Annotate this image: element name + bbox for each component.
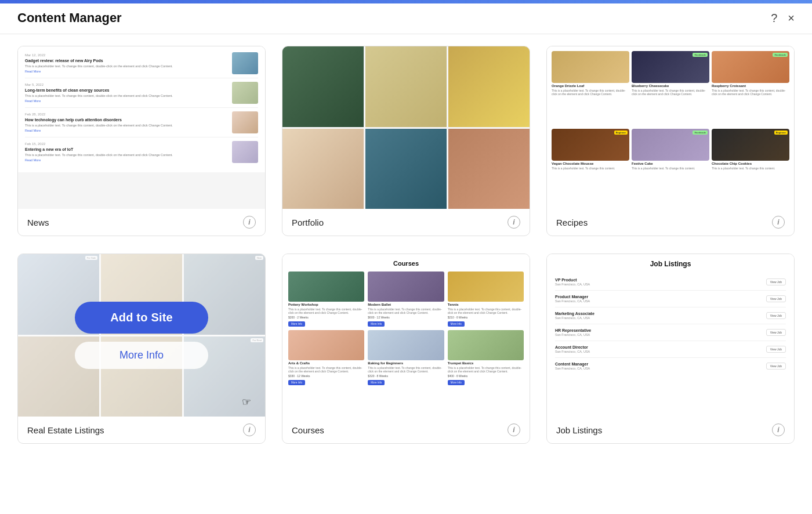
cards-grid: Mar 12, 2022 Gadget review: release of n…: [17, 46, 795, 444]
card-recipes: Orange Drizzle Loaf This is a placeholde…: [546, 46, 795, 236]
job-listings-card-footer: Job Listings i: [547, 417, 794, 443]
card-property-listings: Add to Site More Info ☞ For Sale New F: [17, 254, 266, 444]
view-job-button-6[interactable]: View Job: [766, 363, 786, 370]
view-job-button-5[interactable]: View Job: [766, 346, 786, 353]
card-courses: Courses Pottery Workshop This is a place…: [282, 254, 530, 444]
more-info-button[interactable]: More Info: [75, 342, 208, 369]
courses-card-footer: Courses i: [282, 417, 530, 443]
portfolio-cell-5: [365, 129, 447, 209]
portfolio-cell-6: [448, 129, 530, 209]
job-listings-info-icon[interactable]: i: [772, 423, 785, 436]
portfolio-cell-1: [282, 46, 364, 127]
cursor-icon: ☞: [242, 396, 251, 408]
view-job-button-3[interactable]: View Job: [766, 312, 786, 319]
portfolio-info-icon[interactable]: i: [507, 216, 520, 229]
view-job-button-2[interactable]: View Job: [766, 295, 786, 302]
main-content: Mar 12, 2022 Gadget review: release of n…: [0, 34, 812, 508]
property-card-footer: Real Estate Listings i: [18, 417, 265, 443]
close-button[interactable]: ×: [788, 12, 795, 25]
help-button[interactable]: ?: [771, 12, 777, 25]
portfolio-card-footer: Portfolio i: [282, 209, 530, 236]
job-row: VP Product San Francisco, CA, USA View J…: [555, 274, 786, 291]
course-more-info-4[interactable]: More Info: [288, 380, 305, 385]
header: Content Manager ? ×: [0, 0, 812, 34]
portfolio-cell-4: [282, 129, 364, 209]
property-label: Real Estate Listings: [27, 425, 104, 435]
view-job-button-1[interactable]: View Job: [766, 278, 786, 285]
job-row: Product Manager San Francisco, CA, USA V…: [555, 291, 786, 307]
property-preview: Add to Site More Info ☞ For Sale New F: [18, 254, 265, 417]
recipes-preview: Orange Drizzle Loaf This is a placeholde…: [547, 46, 794, 209]
courses-label: Courses: [292, 425, 324, 435]
course-more-info-6[interactable]: More Info: [448, 380, 465, 385]
news-card-footer: News i: [18, 209, 265, 236]
news-label: News: [27, 218, 49, 227]
card-news: Mar 12, 2022 Gadget review: release of n…: [17, 46, 266, 236]
jobs-title: Job Listings: [555, 260, 786, 268]
courses-info-icon[interactable]: i: [507, 423, 520, 436]
app-title: Content Manager: [17, 10, 122, 26]
property-overlay: Add to Site More Info ☞: [18, 254, 265, 417]
news-preview: Mar 12, 2022 Gadget review: release of n…: [18, 46, 265, 209]
course-more-info-5[interactable]: More Info: [368, 380, 385, 385]
property-info-icon[interactable]: i: [243, 423, 256, 436]
portfolio-label: Portfolio: [292, 218, 324, 227]
job-listings-preview: Job Listings VP Product San Francisco, C…: [547, 254, 794, 417]
header-actions: ? ×: [771, 12, 795, 25]
recipes-info-icon[interactable]: i: [772, 216, 785, 229]
view-job-button-4[interactable]: View Job: [766, 329, 786, 336]
news-info-icon[interactable]: i: [243, 216, 256, 229]
course-more-info-3[interactable]: More Info: [448, 321, 465, 327]
card-portfolio: Portfolio i: [282, 46, 530, 236]
portfolio-cell-3: [448, 46, 530, 127]
job-row: Account Director San Francisco, CA, USA …: [555, 341, 786, 358]
courses-title: Courses: [288, 260, 524, 267]
top-bar: [0, 0, 812, 3]
course-more-info-1[interactable]: More Info: [288, 321, 305, 327]
card-job-listings: Job Listings VP Product San Francisco, C…: [546, 254, 795, 444]
recipes-card-footer: Recipes i: [547, 209, 794, 236]
recipes-label: Recipes: [556, 218, 588, 227]
course-more-info-2[interactable]: More Info: [368, 321, 385, 327]
job-row: Marketing Associate San Francisco, CA, U…: [555, 307, 786, 324]
portfolio-preview: [282, 46, 530, 209]
job-row: Content Manager San Francisco, CA, USA V…: [555, 358, 786, 374]
portfolio-cell-2: [365, 46, 447, 127]
add-to-site-button[interactable]: Add to Site: [75, 302, 208, 334]
job-row: HR Representative San Francisco, CA, USA…: [555, 324, 786, 341]
courses-preview: Courses Pottery Workshop This is a place…: [282, 254, 530, 417]
job-listings-label: Job Listings: [556, 425, 602, 435]
